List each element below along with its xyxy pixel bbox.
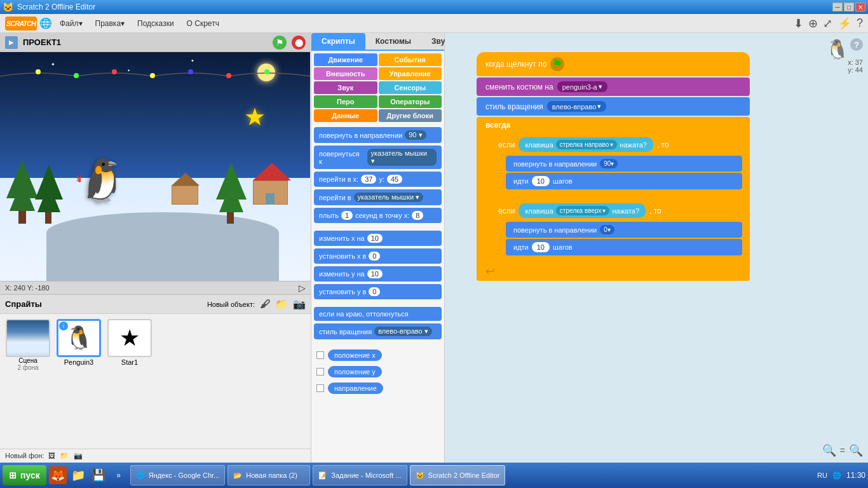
fullscreen-icon[interactable]: ⊕: [808, 17, 818, 30]
sprite-thumb-penguin: i 🐧: [57, 319, 101, 357]
script-area: ? 🐧 x: 37 y: 44 когда щёлкнут по ⚑ смени…: [445, 33, 868, 463]
cat-events[interactable]: События: [379, 53, 442, 66]
towards-dropdown[interactable]: указатель мышки ▾: [367, 149, 437, 166]
svg-point-2: [112, 69, 117, 74]
block-set-y[interactable]: установить у в 0: [314, 284, 442, 299]
help-icon[interactable]: ?: [857, 17, 863, 30]
sprite-item-star[interactable]: ★ Star1: [107, 319, 153, 444]
key1-dropdown[interactable]: стрелка направо ▾: [556, 140, 618, 149]
taskbar-folder-app[interactable]: 📂 Новая папка (2): [227, 465, 310, 485]
titlebar: 🐱 Scratch 2 Offline Editor ─ □ ✕: [0, 0, 868, 14]
checkbox-direction[interactable]: направление: [314, 381, 442, 395]
minimize-button[interactable]: ─: [832, 3, 843, 11]
block-if-on-edge[interactable]: если на краю, оттолкнуться: [314, 307, 442, 321]
cat-data[interactable]: Данные: [314, 109, 377, 122]
windows-icon: ⊞: [9, 470, 17, 480]
block-change-y[interactable]: изменить у на 10: [314, 266, 442, 281]
move-block-2[interactable]: идти 10 шагов: [506, 239, 742, 255]
block-set-x[interactable]: установить х в 0: [314, 248, 442, 264]
paint-bg-tool[interactable]: 🖼: [48, 452, 55, 459]
language-button[interactable]: 🌐: [39, 17, 52, 29]
download-icon[interactable]: ⬇: [794, 17, 803, 30]
taskbar-word[interactable]: 📝 Задание - Microsoft ...: [313, 465, 407, 485]
taskbar-folder-2[interactable]: 💾: [90, 466, 107, 484]
turbo-icon[interactable]: ⚡: [837, 17, 851, 30]
y-checkbox[interactable]: [316, 368, 324, 376]
expand-arrow[interactable]: ▷: [299, 283, 306, 293]
svg-point-4: [188, 69, 193, 74]
block-rotation-style[interactable]: стиль вращения влево-вправо ▾: [314, 323, 442, 339]
sensing-oval-2: клавиша стрелка вверх ▾ нажата?: [519, 203, 646, 218]
sprite-coords: x: 37 y: 44: [848, 58, 863, 74]
close-button[interactable]: ✕: [855, 3, 865, 11]
menu-hints[interactable]: Подсказки: [132, 17, 179, 30]
upload-bg-tool[interactable]: 📁: [60, 452, 69, 459]
block-turn-direction[interactable]: повернуть в направлении 90 ▾: [314, 127, 442, 143]
costume-dropdown[interactable]: penguin3-a ▾: [557, 81, 607, 92]
sprite-item-scene[interactable]: Сцена 2 фона: [5, 319, 51, 444]
rotation-dropdown[interactable]: влево-вправо ▾: [374, 327, 432, 336]
hat-block[interactable]: когда щёлкнут по ⚑: [477, 52, 750, 76]
cat-more[interactable]: Другие блоки: [379, 109, 442, 122]
menu-about[interactable]: О Скретч: [182, 17, 224, 30]
cat-operators[interactable]: Операторы: [379, 95, 442, 108]
taskbar-chrome[interactable]: 🌐 Яндекс - Google Chr...: [130, 465, 226, 485]
taskbar-firefox[interactable]: 🦊: [49, 466, 67, 484]
taskbar-arrow[interactable]: »: [110, 466, 128, 484]
block-point-towards[interactable]: повернуться к указатель мышки ▾: [314, 146, 442, 169]
if-block-1[interactable]: если клавиша стрелка направо ▾ нажата?: [492, 133, 745, 196]
tab-scripts[interactable]: Скрипты: [311, 33, 365, 50]
stop-button[interactable]: ⬤: [292, 36, 306, 50]
stage-canvas: ✦ ✦ ✦: [0, 52, 310, 281]
upload-tool[interactable]: 📁: [275, 298, 288, 310]
tab-costumes[interactable]: Костюмы: [365, 33, 421, 50]
dir-checkbox[interactable]: [316, 384, 324, 392]
rotation-style-dropdown[interactable]: влево-вправо ▾: [547, 101, 607, 112]
cat-sensing[interactable]: Сенсоры: [379, 81, 442, 94]
block-goto-xy[interactable]: перейти в x: 37 y: 45: [314, 172, 442, 187]
move-block-1[interactable]: идти 10 шагов: [506, 173, 742, 189]
start-button[interactable]: ⊞ пуск: [3, 465, 46, 485]
green-flag-button[interactable]: ⚑: [273, 36, 287, 50]
checkbox-y-pos[interactable]: положение у: [314, 365, 442, 379]
block-change-x[interactable]: изменить х на 10: [314, 231, 442, 246]
change-costume-block[interactable]: сменить костюм на penguin3-a ▾: [477, 78, 750, 96]
resize-icon[interactable]: ⤢: [823, 17, 832, 30]
goto-dropdown[interactable]: указатель мышки ▾: [354, 193, 424, 202]
taskbar: ⊞ пуск 🦊 📁 💾 » 🌐 Яндекс - Google Chr... …: [0, 463, 868, 488]
zoom-reset-button[interactable]: =: [840, 445, 845, 456]
x-checkbox[interactable]: [316, 351, 324, 359]
maximize-button[interactable]: □: [844, 3, 854, 11]
menu-edit[interactable]: Правка▾: [90, 17, 130, 30]
zoom-in-button[interactable]: 🔍: [849, 444, 863, 458]
dir2-dropdown[interactable]: 0▾: [600, 225, 614, 234]
taskbar-scratch[interactable]: 🐱 Scratch 2 Offline Editor: [410, 465, 506, 485]
block-goto[interactable]: перейти в указатель мышки ▾: [314, 189, 442, 205]
cat-motion[interactable]: Движение: [314, 53, 377, 66]
direction-dropdown[interactable]: 90 ▾: [405, 130, 426, 140]
cat-pen[interactable]: Перо: [314, 95, 377, 108]
key2-dropdown[interactable]: стрелка вверх ▾: [556, 206, 610, 215]
stage-coordinates: X: 240 Y: -180: [5, 284, 50, 292]
rotation-style-block[interactable]: стиль вращения влево-вправо ▾: [477, 97, 750, 116]
word-label: Задание - Microsoft ...: [331, 471, 401, 479]
if-block-2[interactable]: если клавиша стрелка вверх ▾ нажата? ,: [492, 200, 745, 262]
menu-file[interactable]: Файл▾: [55, 17, 88, 30]
checkbox-x-pos[interactable]: положение х: [314, 348, 442, 362]
help-button[interactable]: ?: [850, 38, 863, 51]
taskbar-folder-1[interactable]: 📁: [69, 466, 87, 484]
turn-block-1[interactable]: повернуть в направлении 90▾: [506, 156, 742, 172]
sprite-item-penguin[interactable]: i 🐧 Penguin3: [56, 319, 102, 444]
cat-control[interactable]: Управление: [379, 67, 442, 80]
cat-looks[interactable]: Внешность: [314, 67, 377, 80]
camera-bg-tool[interactable]: 📷: [74, 452, 83, 459]
cat-sound[interactable]: Звук: [314, 81, 377, 94]
zoom-out-button[interactable]: 🔍: [822, 444, 836, 458]
block-glide[interactable]: плыть 1 секунд в точку x: 8: [314, 208, 442, 223]
turn-block-2[interactable]: повернуть в направлении 0▾: [506, 222, 742, 238]
if2-text: если: [498, 207, 515, 215]
dir1-dropdown[interactable]: 90▾: [600, 159, 618, 168]
camera-tool[interactable]: 📷: [293, 298, 306, 310]
forever-block[interactable]: всегда если клавиша стрелка: [477, 117, 750, 281]
paint-tool[interactable]: 🖌: [260, 299, 270, 310]
